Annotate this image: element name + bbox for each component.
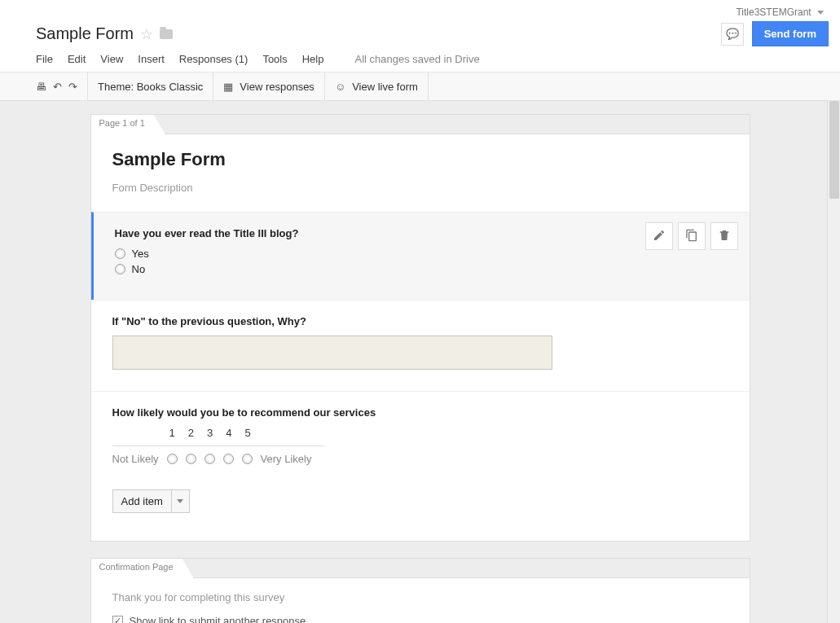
divider <box>112 445 324 446</box>
question-2-title: If "No" to the previous question, Why? <box>112 315 728 327</box>
menu-tools[interactable]: Tools <box>262 53 287 65</box>
account-menu[interactable]: Title3STEMGrant <box>11 5 829 20</box>
confirmation-card: Confirmation Page Thank you for completi… <box>90 558 750 623</box>
scale-num-2: 2 <box>188 427 194 439</box>
q1-option-no[interactable]: No <box>115 263 728 275</box>
copy-icon <box>685 229 698 244</box>
add-item-dropdown[interactable] <box>171 490 189 512</box>
trash-icon <box>718 229 731 244</box>
q1-option-yes-label: Yes <box>132 248 149 260</box>
paragraph-answer-box <box>112 336 552 370</box>
add-item-button[interactable]: Add item <box>112 489 190 513</box>
radio-icon <box>115 264 125 274</box>
menu-responses[interactable]: Responses (1) <box>179 53 248 65</box>
question-1[interactable]: Have you ever read the Title III blog? Y… <box>91 212 750 300</box>
menu-help[interactable]: Help <box>302 53 324 65</box>
scale-num-3: 3 <box>207 427 213 439</box>
scale-radio-1[interactable] <box>167 454 178 464</box>
checkbox-show-link[interactable] <box>112 616 123 623</box>
delete-question-button[interactable] <box>710 222 738 250</box>
scale-radio-3[interactable] <box>205 454 215 464</box>
pencil-icon <box>653 229 666 244</box>
comment-icon: 💬 <box>726 28 739 40</box>
send-form-button[interactable]: Send form <box>752 21 829 46</box>
question-3[interactable]: How likely would you be to recommend our… <box>91 391 750 541</box>
folder-icon[interactable] <box>160 29 173 39</box>
scale-num-5: 5 <box>244 427 250 439</box>
confirmation-message[interactable]: Thank you for completing this survey <box>112 591 728 603</box>
scale-num-1: 1 <box>169 427 175 439</box>
question-2[interactable]: If "No" to the previous question, Why? <box>91 300 750 391</box>
form-description[interactable]: Form Description <box>112 182 728 194</box>
redo-icon[interactable]: ↷ <box>68 81 77 93</box>
comments-button[interactable]: 💬 <box>721 23 744 46</box>
scale-radio-4[interactable] <box>223 454 234 464</box>
q1-option-no-label: No <box>132 263 146 275</box>
scrollbar-thumb[interactable] <box>829 101 839 199</box>
scale-num-4: 4 <box>226 427 231 439</box>
view-responses-label: View responses <box>240 81 314 93</box>
question-3-title: How likely would you be to recommend our… <box>112 406 728 419</box>
theme-label: Theme: Books Classic <box>98 81 203 93</box>
radio-icon <box>115 248 125 259</box>
table-icon: ▦ <box>223 81 233 93</box>
add-item-label: Add item <box>113 490 171 512</box>
scale-radio-2[interactable] <box>186 454 196 464</box>
form-title[interactable]: Sample Form <box>112 149 728 170</box>
menu-view[interactable]: View <box>100 53 123 65</box>
view-live-label: View live form <box>352 81 418 93</box>
account-name: Title3STEMGrant <box>736 7 811 18</box>
question-1-title: Have you ever read the Title III blog? <box>115 227 728 239</box>
undo-icon[interactable]: ↶ <box>53 81 62 93</box>
menu-bar: File Edit View Insert Responses (1) Tool… <box>11 48 829 72</box>
view-responses-button[interactable]: ▦ View responses <box>213 72 325 100</box>
menu-insert[interactable]: Insert <box>138 53 165 65</box>
scale-radio-5[interactable] <box>242 454 253 464</box>
person-icon: ☺ <box>335 81 345 93</box>
save-status: All changes saved in Drive <box>354 53 479 65</box>
scale-high-label: Very Likely <box>261 453 312 465</box>
print-icon[interactable]: 🖶 <box>36 81 46 93</box>
confirmation-tab: Confirmation Page <box>91 559 194 578</box>
theme-button[interactable]: Theme: Books Classic <box>88 72 213 100</box>
scale-low-label: Not Likely <box>112 453 159 465</box>
form-card: Page 1 of 1 Sample Form Form Description <box>90 114 750 542</box>
view-live-form-button[interactable]: ☺ View live form <box>325 72 429 100</box>
confirm-opt1-label: Show link to submit another response <box>130 615 306 623</box>
edit-question-button[interactable] <box>645 222 673 250</box>
duplicate-question-button[interactable] <box>678 222 706 250</box>
caret-down-icon <box>177 499 183 503</box>
page-tab: Page 1 of 1 <box>91 115 165 134</box>
scale-numbers: 1 2 3 4 5 <box>169 427 728 439</box>
document-title[interactable]: Sample Form <box>36 24 134 43</box>
menu-edit[interactable]: Edit <box>68 53 86 65</box>
menu-file[interactable]: File <box>36 53 53 65</box>
scrollbar[interactable] <box>827 101 840 623</box>
toolbar: 🖶 ↶ ↷ Theme: Books Classic ▦ View respon… <box>0 72 840 101</box>
star-icon[interactable]: ☆ <box>140 25 153 43</box>
q1-option-yes[interactable]: Yes <box>115 248 728 260</box>
caret-down-icon <box>817 11 824 15</box>
